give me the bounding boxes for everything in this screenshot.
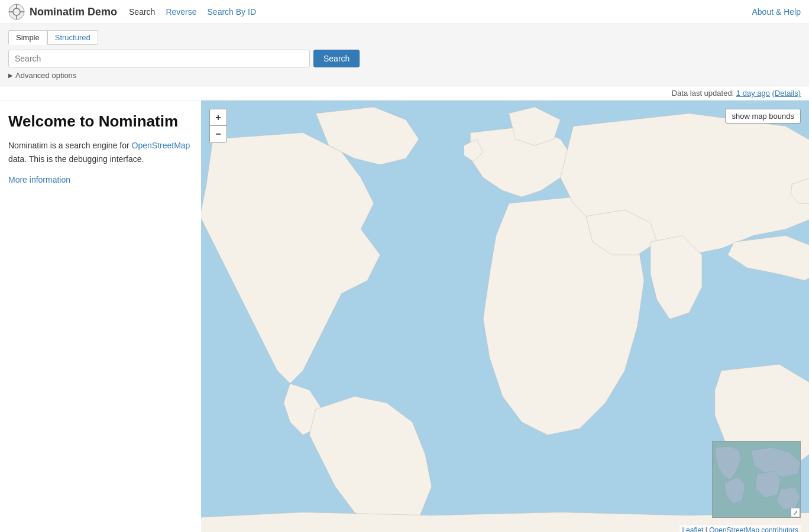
data-updated-bar: Data last updated: 1 day ago (Details): [0, 86, 809, 100]
nav-search[interactable]: Search: [129, 7, 155, 17]
osm-attribution-link[interactable]: OpenStreetMap contributors: [709, 526, 798, 532]
attribution-separator: |: [703, 526, 709, 532]
nav-reverse[interactable]: Reverse: [166, 7, 196, 17]
app-title: Nominatim Demo: [30, 6, 117, 18]
welcome-desc-part1: Nominatim is a search engine for: [8, 141, 132, 150]
nominatim-logo: [8, 4, 25, 20]
show-map-bounds-button[interactable]: show map bounds: [725, 109, 801, 124]
left-panel: Welcome to Nominatim Nominatim is a sear…: [0, 100, 201, 532]
search-tabs: Simple Structured: [8, 30, 801, 45]
advanced-options-label: Advanced options: [15, 71, 76, 80]
map-container[interactable]: + − show map bounds ⤢ Leaflet | OpenStre…: [201, 100, 809, 532]
leaflet-link[interactable]: Leaflet: [682, 526, 703, 532]
osm-link[interactable]: OpenStreetMap: [132, 141, 190, 150]
header: Nominatim Demo Search Reverse Search By …: [0, 0, 809, 24]
data-updated-time[interactable]: 1 day ago: [736, 89, 770, 98]
welcome-description: Nominatim is a search engine for OpenStr…: [8, 139, 193, 166]
map-attribution: Leaflet | OpenStreetMap contributors: [679, 525, 801, 532]
about-help-link[interactable]: About & Help: [752, 7, 801, 17]
nav-search-by-id[interactable]: Search By ID: [208, 7, 256, 17]
chevron-right-icon: ▶: [8, 72, 13, 79]
advanced-options-toggle[interactable]: ▶ Advanced options: [8, 71, 801, 80]
tab-simple[interactable]: Simple: [8, 30, 47, 45]
header-nav: Search Reverse Search By ID: [129, 7, 752, 17]
main-content: Welcome to Nominatim Nominatim is a sear…: [0, 100, 809, 532]
search-input[interactable]: [8, 50, 310, 67]
search-button[interactable]: Search: [313, 50, 360, 67]
welcome-desc-part2: data. This is the debugging interface.: [8, 154, 144, 164]
more-information-link[interactable]: More information: [8, 175, 70, 184]
welcome-title: Welcome to Nominatim: [8, 112, 193, 131]
mini-map: ⤢: [712, 441, 801, 518]
search-area: Simple Structured Search ▶ Advanced opti…: [0, 24, 809, 86]
zoom-controls: + −: [209, 109, 227, 143]
zoom-in-button[interactable]: +: [210, 109, 226, 126]
search-row: Search: [8, 50, 801, 67]
data-updated-prefix: Data last updated:: [672, 89, 734, 98]
tab-structured[interactable]: Structured: [47, 30, 98, 45]
data-updated-details[interactable]: (Details): [772, 89, 801, 98]
mini-map-expand-button[interactable]: ⤢: [791, 508, 800, 517]
zoom-out-button[interactable]: −: [210, 126, 226, 142]
